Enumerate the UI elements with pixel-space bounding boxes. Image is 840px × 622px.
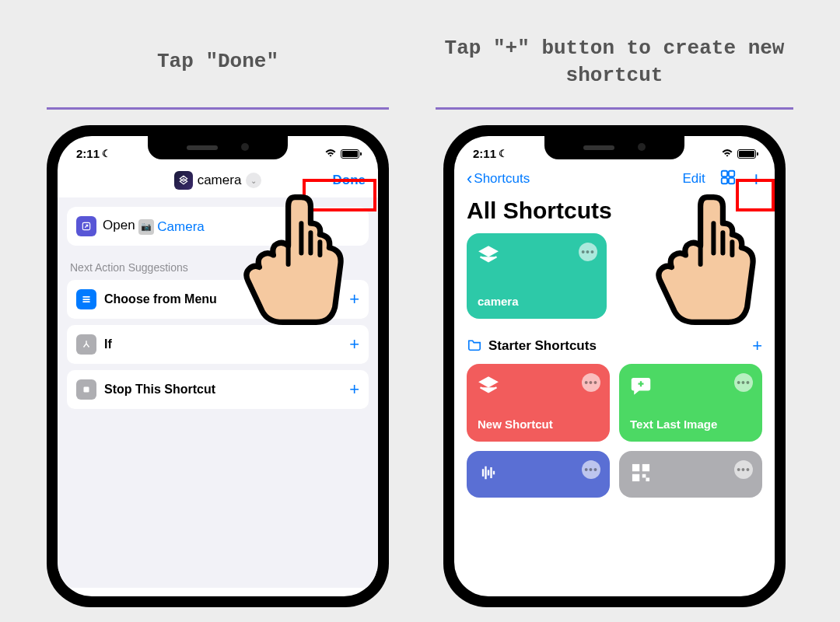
wifi-icon [721,147,733,160]
add-icon[interactable]: + [349,379,359,400]
status-time: 2:11 [76,147,100,160]
caption-right: Tap "+" button to create new shortcut [436,23,793,101]
svg-rect-7 [722,177,727,183]
divider [47,107,389,110]
shortcut-name[interactable]: camera [198,173,242,188]
dnd-moon-icon: ☾ [499,148,508,159]
svg-rect-1 [82,296,89,298]
back-button[interactable]: ‹Shortcuts [467,169,530,189]
branch-icon [76,334,96,355]
edit-button[interactable]: Edit [683,171,705,187]
svg-rect-3 [82,301,89,302]
suggestion-if[interactable]: If + [67,325,369,364]
layers-icon [478,375,499,397]
battery-icon [341,149,359,159]
add-icon[interactable]: + [752,336,762,356]
pointer-hand-icon [241,190,358,330]
folder-icon [467,338,482,355]
svg-rect-13 [646,478,649,481]
svg-rect-2 [82,299,89,300]
shortcuts-app-icon [174,171,193,190]
folder-starter-shortcuts[interactable]: Starter Shortcuts + [454,331,775,364]
add-icon[interactable]: + [349,334,359,355]
svg-rect-11 [633,474,639,480]
layout-grid-icon[interactable] [719,169,737,190]
more-icon[interactable]: ••• [579,243,597,261]
menu-icon [76,289,96,309]
svg-rect-9 [633,465,639,471]
svg-rect-10 [642,465,649,471]
wifi-icon [324,147,337,160]
shortcut-tile-new[interactable]: ••• New Shortcut [467,364,610,442]
more-icon[interactable]: ••• [582,373,600,392]
chevron-down-icon[interactable]: ⌄ [246,173,261,188]
more-icon[interactable]: ••• [734,373,753,392]
shortcut-tile-camera[interactable]: ••• camera [467,233,607,319]
svg-rect-6 [729,170,734,176]
stop-icon [76,379,96,400]
more-icon[interactable]: ••• [734,460,753,479]
more-icon[interactable]: ••• [582,460,600,479]
suggestion-stop[interactable]: Stop This Shortcut + [67,370,369,409]
layers-icon [478,244,499,266]
dnd-moon-icon: ☾ [102,148,111,159]
divider [436,107,793,110]
pointer-hand-icon [653,190,770,330]
camera-app-icon: 📷 [138,219,154,235]
svg-rect-12 [642,474,646,477]
waveform-icon [478,462,499,484]
action-target-link[interactable]: 📷Camera [138,219,204,235]
status-time: 2:11 [473,147,496,160]
caption-left: Tap "Done" [157,23,278,101]
battery-icon [737,149,756,159]
shortcut-tile-text-image[interactable]: ••• Text Last Image [619,364,762,442]
svg-rect-5 [722,170,727,176]
action-verb: Open [103,218,135,232]
qr-icon [630,462,652,484]
shortcut-tile-audio[interactable]: ••• [467,451,610,498]
shortcut-tile-qr[interactable]: ••• [619,451,762,498]
svg-rect-8 [729,177,734,183]
svg-rect-4 [84,387,89,393]
open-app-icon [76,216,96,236]
chevron-left-icon: ‹ [467,169,472,189]
message-plus-icon [630,375,652,397]
